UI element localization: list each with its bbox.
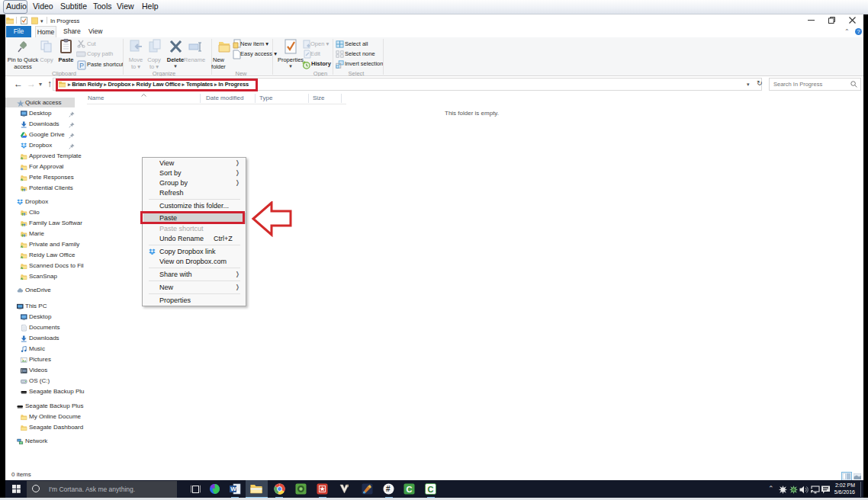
svg-text:W: W (230, 486, 236, 492)
svg-text:C: C (407, 485, 413, 494)
svg-text:C: C (428, 485, 434, 494)
svg-text:P: P (79, 62, 84, 69)
svg-text:#: # (386, 485, 391, 493)
